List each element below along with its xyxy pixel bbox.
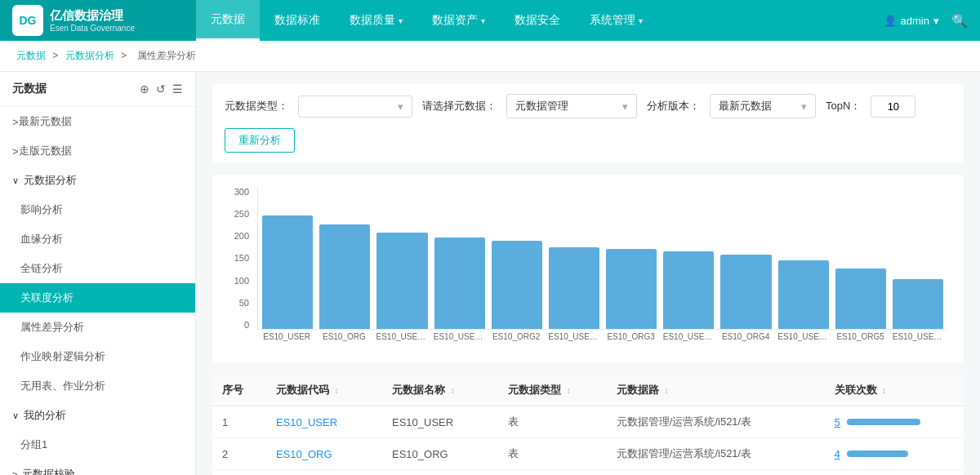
filter-select-label: 请选择元数据：	[422, 99, 497, 113]
chart-container: 300250200150100500 ES10_USERES10_ORGES10…	[212, 175, 964, 362]
bar-col	[549, 191, 599, 329]
breadcrumb-sep2: >	[121, 50, 129, 61]
chart-bar	[262, 215, 313, 329]
col-name[interactable]: 元数据名称 ↕	[382, 375, 498, 406]
sort-count-icon: ↕	[882, 386, 886, 395]
logo-main: 亿信数据治理	[50, 8, 135, 24]
sidebar-item-走版元数据[interactable]: > 走版元数据	[0, 136, 195, 166]
version-select[interactable]: 最新元数据 ▾	[710, 94, 816, 118]
cell-no: 1	[212, 406, 266, 438]
nav-item-系统管理[interactable]: 系统管理 ▾	[575, 0, 657, 41]
sidebar-section-我的分析[interactable]: ∨ 我的分析	[0, 401, 195, 430]
col-code[interactable]: 元数据代码 ↕	[266, 375, 382, 406]
cell-code: ES10_VUSER	[266, 470, 382, 476]
version-dropdown-icon: ▾	[801, 100, 807, 113]
nav-item-数据安全[interactable]: 数据安全	[500, 0, 575, 41]
chart-bar	[549, 247, 599, 329]
count-link[interactable]: 4	[835, 448, 840, 460]
sidebar-item-label: 最新元数据	[19, 114, 72, 129]
bar-col	[606, 191, 657, 329]
nav-item-数据质量[interactable]: 数据质量 ▾	[335, 0, 417, 41]
sidebar-item-label: 影响分析	[20, 202, 63, 217]
sidebar-section-元数据核验[interactable]: > 元数据核验	[0, 459, 195, 475]
sidebar-item-作业映射逻辑分析[interactable]: 作业映射逻辑分析	[0, 342, 195, 371]
x-label: ES10_USER	[261, 332, 312, 350]
cell-type: 视图	[498, 470, 607, 476]
sidebar-item-label: 全链分析	[20, 261, 63, 276]
bar-col	[893, 191, 943, 329]
sidebar-item-血缘分析[interactable]: 血缘分析	[0, 224, 195, 254]
metadata-code-link[interactable]: ES10_ORG	[276, 448, 332, 460]
filter-type-label: 元数据类型：	[225, 99, 288, 113]
nav-item-元数据[interactable]: 元数据	[196, 0, 260, 41]
cell-type: 表	[498, 406, 607, 438]
search-icon[interactable]: 🔍	[951, 13, 968, 29]
breadcrumb-sep1: >	[52, 50, 60, 61]
refresh-button[interactable]: 重新分析	[225, 128, 295, 153]
user-menu[interactable]: 👤 admin ▾	[884, 15, 939, 27]
sidebar-item-关联度分析[interactable]: 关联度分析	[0, 283, 195, 313]
sidebar-item-无用表、作业分析[interactable]: 无用表、作业分析	[0, 371, 195, 401]
nav-item-数据资产[interactable]: 数据资产 ▾	[417, 0, 500, 41]
breadcrumb: 元数据 > 元数据分析 > 属性差异分析	[0, 41, 980, 72]
col-type[interactable]: 元数据类型 ↕	[498, 375, 607, 406]
cell-code: ES10_ORG	[266, 438, 382, 470]
metadata-code-link[interactable]: ES10_USER	[276, 416, 337, 428]
metadata-select[interactable]: 元数据管理 ▾	[506, 94, 637, 118]
user-icon: 👤	[884, 15, 897, 27]
sort-name-icon: ↕	[451, 386, 455, 395]
count-link[interactable]: 5	[835, 416, 840, 428]
table-row: 2ES10_ORGES10_ORG表元数据管理/运营系统/i521/表4	[212, 438, 964, 470]
sidebar-item-属性差异分析[interactable]: 属性差异分析	[0, 313, 195, 342]
sidebar-section-label: 我的分析	[24, 408, 66, 423]
breadcrumb-metadata[interactable]: 元数据	[16, 50, 46, 61]
col-no: 序号	[212, 375, 266, 406]
sidebar-item-分组1[interactable]: 分组1	[0, 430, 195, 459]
sidebar-item-label: 属性差异分析	[20, 320, 84, 335]
sidebar-item-最新元数据[interactable]: > 最新元数据	[0, 107, 195, 136]
sidebar-section-arrow-icon: ∨	[12, 175, 19, 186]
logo-text: 亿信数据治理 Esen Data Governance	[50, 8, 135, 33]
breadcrumb-metadata-analysis[interactable]: 元数据分析	[65, 50, 114, 61]
cell-path: 元数据管理/运营系统/i521/表	[607, 438, 825, 470]
nav-item-数据标准[interactable]: 数据标准	[260, 0, 335, 41]
col-count[interactable]: 关联次数 ↕	[825, 375, 964, 406]
sidebar-item-影响分析[interactable]: 影响分析	[0, 195, 195, 224]
menu-icon[interactable]: ☰	[172, 82, 183, 95]
y-label: 0	[244, 320, 249, 330]
table-row: 1ES10_USERES10_USER表元数据管理/运营系统/i521/表5	[212, 406, 964, 438]
sidebar-section-元数据分析[interactable]: ∨ 元数据分析	[0, 166, 195, 195]
topn-input[interactable]	[871, 95, 915, 118]
y-label: 50	[239, 298, 249, 308]
sidebar-item-label: 作业映射逻辑分析	[20, 349, 105, 364]
topn-label: TopN：	[826, 99, 861, 113]
cell-count: 5	[825, 406, 964, 438]
data-table: 序号 元数据代码 ↕ 元数据名称 ↕ 元数据类型 ↕ 元数据路 ↕ 关联次数 ↕…	[212, 375, 964, 475]
x-label: ES10_USER6	[777, 332, 828, 350]
col-path[interactable]: 元数据路 ↕	[607, 375, 825, 406]
sidebar-item-全链分析[interactable]: 全链分析	[0, 254, 195, 283]
x-label: ES10_USER2	[376, 332, 427, 350]
main-layout: 元数据 ⊕ ↺ ☰ > 最新元数据> 走版元数据∨ 元数据分析影响分析血缘分析全…	[0, 72, 980, 475]
nav-arrow-icon: ▾	[639, 16, 643, 25]
refresh-icon[interactable]: ↺	[156, 82, 166, 95]
cell-name: ES10_VUSER	[382, 470, 498, 476]
chart-bar	[778, 260, 829, 330]
cell-no: 3	[212, 470, 266, 476]
sidebar-item-label: 关联度分析	[20, 291, 74, 305]
x-label: ES10_ORG2	[491, 332, 541, 350]
sidebar-header: 元数据 ⊕ ↺ ☰	[0, 72, 195, 107]
cell-type: 表	[498, 438, 607, 470]
chart-bar	[893, 279, 943, 329]
nav-menu: 元数据数据标准数据质量 ▾数据资产 ▾数据安全系统管理 ▾	[196, 0, 871, 41]
y-label: 200	[234, 231, 249, 241]
x-label: ES10_USER5	[663, 332, 714, 350]
x-label: ES10_ORG4	[720, 332, 771, 350]
nav-arrow-icon: ▾	[481, 16, 485, 25]
add-icon[interactable]: ⊕	[140, 82, 149, 95]
metadata-type-select[interactable]: ▾	[298, 95, 412, 118]
cell-no: 2	[212, 438, 266, 470]
bar-col	[663, 191, 714, 329]
metadata-dropdown-icon: ▾	[622, 100, 628, 113]
cell-name: ES10_ORG	[382, 438, 498, 470]
